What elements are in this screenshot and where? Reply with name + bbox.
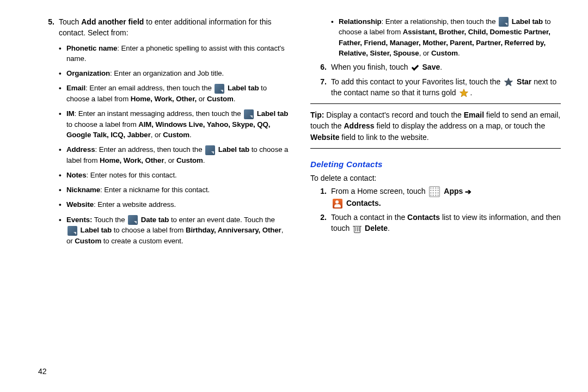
bullet-address: • Address: Enter an address, then touch … (59, 140, 289, 166)
right-column: • Relationship: Enter a relationship, th… (310, 16, 561, 249)
bullet-relationship-row: • Relationship: Enter a relationship, th… (310, 16, 561, 58)
bullet-notes: • Notes: Enter notes for this contact. (59, 166, 289, 180)
bullet-organization: • Organization: Enter an organization an… (59, 64, 289, 78)
apps-icon (429, 186, 440, 197)
label-tab-icon (205, 145, 215, 155)
separator (310, 103, 561, 104)
star-gold-icon (459, 88, 469, 98)
heading-deleting-contacts: Deleting Contacts (310, 158, 561, 170)
step-7: 7. To add this contact to your Favorites… (310, 76, 561, 99)
check-icon (412, 64, 420, 72)
svg-marker-1 (460, 89, 468, 97)
left-column: 5. Touch Add another field to enter addi… (38, 16, 289, 249)
bullet-im: • IM: Enter an instant messaging address… (59, 104, 289, 140)
bullet-relationship: • Relationship: Enter a relationship, th… (331, 16, 561, 58)
step-5: 5. Touch Add another field to enter addi… (38, 16, 289, 246)
manual-page: 5. Touch Add another field to enter addi… (0, 0, 588, 255)
delete-intro: To delete a contact: (310, 173, 561, 183)
label-tab-icon (68, 226, 77, 236)
label-tab-icon (128, 215, 138, 225)
bullet-website: • Website: Enter a website address. (59, 195, 289, 210)
step-6: 6. When you finish, touch Save. (310, 62, 561, 72)
delete-icon (353, 224, 361, 233)
bullet-events: • Events: Touch the Date tab to enter an… (59, 210, 289, 246)
bullet-email: • Email: Enter an email address, then to… (59, 78, 289, 104)
page-number: 42 (38, 367, 47, 376)
label-tab-icon (215, 84, 224, 94)
delete-step-2: 2. Touch a contact in the Contacts list … (310, 212, 561, 234)
delete-step-1: 1. From a Home screen, touch Apps➔ Conta… (310, 186, 561, 209)
bullet-nickname: • Nickname: Enter a nickname for this co… (59, 180, 289, 195)
contacts-icon (333, 199, 342, 209)
label-tab-icon (499, 17, 509, 27)
arrow-icon: ➔ (465, 186, 471, 197)
bullet-phonetic: • Phonetic name: Enter a phonetic spelli… (59, 39, 289, 64)
step-number: 5. (38, 16, 59, 246)
separator (310, 148, 561, 149)
star-outline-icon (504, 77, 513, 87)
tip: Tip: Display a contact's record and touc… (310, 109, 561, 143)
label-tab-icon (244, 109, 254, 119)
svg-marker-0 (505, 78, 513, 85)
